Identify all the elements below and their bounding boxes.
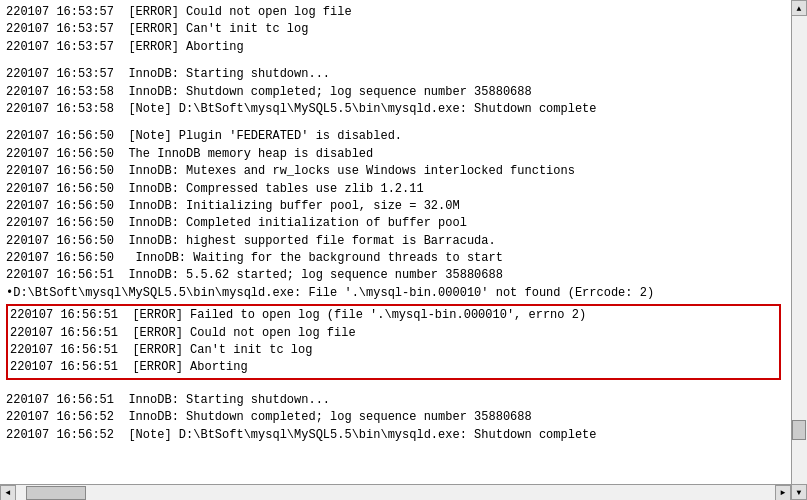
log-line: 220107 16:53:57 [ERROR] Aborting (6, 39, 785, 56)
log-line: 220107 16:53:57 [ERROR] Could not open l… (6, 4, 785, 21)
log-line: 220107 16:56:50 InnoDB: Waiting for the … (6, 250, 785, 267)
log-content: 220107 16:53:57 [ERROR] Could not open l… (6, 4, 785, 480)
hscroll-track (16, 485, 775, 501)
error-log-line: 220107 16:56:51 [ERROR] Failed to open l… (10, 307, 777, 324)
horizontal-scrollbar[interactable]: ◄ ► (0, 484, 791, 500)
log-line: 220107 16:56:51 InnoDB: 5.5.62 started; … (6, 267, 785, 284)
empty-line (6, 382, 785, 392)
log-line: 220107 16:53:58 [Note] D:\BtSoft\mysql\M… (6, 101, 785, 118)
log-line: 220107 16:53:58 InnoDB: Shutdown complet… (6, 84, 785, 101)
error-log-line: 220107 16:56:51 [ERROR] Aborting (10, 359, 777, 376)
log-line: •D:\BtSoft\mysql\MySQL5.5\bin\mysqld.exe… (6, 285, 785, 302)
vertical-scrollbar[interactable]: ▲ ▼ (791, 0, 807, 500)
log-line: 220107 16:56:50 InnoDB: Mutexes and rw_l… (6, 163, 785, 180)
log-line: 220107 16:56:50 [Note] Plugin 'FEDERATED… (6, 128, 785, 145)
error-log-line: 220107 16:56:51 [ERROR] Can't init tc lo… (10, 342, 777, 359)
empty-line (6, 56, 785, 66)
scroll-up-button[interactable]: ▲ (791, 0, 807, 16)
log-line: 220107 16:56:50 InnoDB: Compressed table… (6, 181, 785, 198)
scroll-down-button[interactable]: ▼ (791, 484, 807, 500)
log-line: 220107 16:56:52 InnoDB: Shutdown complet… (6, 409, 785, 426)
terminal-window: 220107 16:53:57 [ERROR] Could not open l… (0, 0, 807, 500)
log-line: 220107 16:56:50 InnoDB: Initializing buf… (6, 198, 785, 215)
log-line: 220107 16:56:50 InnoDB: Completed initia… (6, 215, 785, 232)
empty-line (6, 118, 785, 128)
hscroll-thumb[interactable] (26, 486, 86, 500)
log-line: 220107 16:53:57 InnoDB: Starting shutdow… (6, 66, 785, 83)
log-line: 220107 16:56:51 InnoDB: Starting shutdow… (6, 392, 785, 409)
log-line: 220107 16:56:50 The InnoDB memory heap i… (6, 146, 785, 163)
log-line: 220107 16:56:50 InnoDB: highest supporte… (6, 233, 785, 250)
log-line: 220107 16:53:57 [ERROR] Can't init tc lo… (6, 21, 785, 38)
scroll-left-button[interactable]: ◄ (0, 485, 16, 501)
log-line: 220107 16:56:52 [Note] D:\BtSoft\mysql\M… (6, 427, 785, 444)
error-log-line: 220107 16:56:51 [ERROR] Could not open l… (10, 325, 777, 342)
error-highlight-box: 220107 16:56:51 [ERROR] Failed to open l… (6, 304, 781, 380)
scroll-right-button[interactable]: ► (775, 485, 791, 501)
scroll-thumb[interactable] (792, 420, 806, 440)
